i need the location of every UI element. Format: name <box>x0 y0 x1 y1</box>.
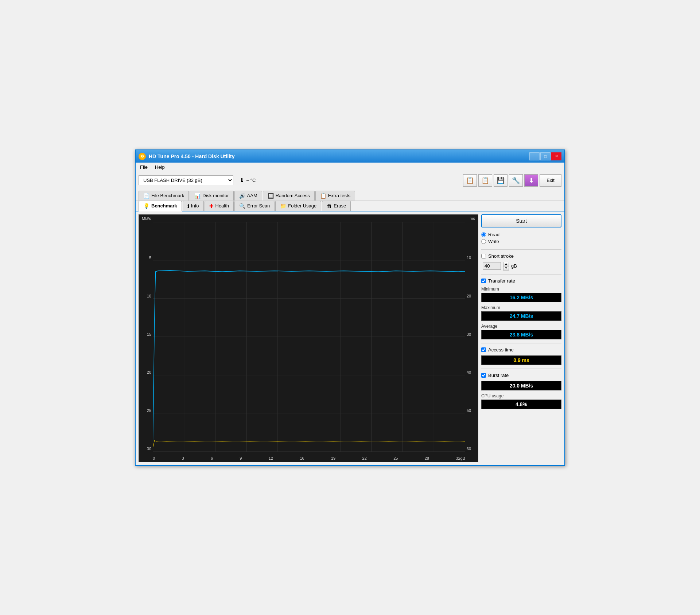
x-0: 0 <box>153 456 155 460</box>
temperature-value: – °C <box>246 178 256 183</box>
y-right-10: 10 <box>467 256 471 260</box>
download-button[interactable]: ⬇ <box>524 174 538 187</box>
stroke-up-button[interactable]: ▲ <box>503 262 509 266</box>
minimum-section: Minimum 16.2 MB/s <box>481 287 561 302</box>
toolbar-buttons: 📋 📋 💾 🔧 ⬇ Exit <box>463 174 561 187</box>
tab-benchmark[interactable]: 💡 Benchmark <box>139 201 182 211</box>
tab-random-access-label: Random Access <box>276 193 310 198</box>
y-axis-left: 30 25 20 15 10 5 <box>139 222 153 451</box>
x-28: 28 <box>425 456 429 460</box>
access-time-value: 0.9 ms <box>481 355 561 365</box>
disk-monitor-icon: 📊 <box>194 193 201 199</box>
transfer-rate-label: Transfer rate <box>488 278 515 284</box>
tab-folder-usage[interactable]: 📁 Folder Usage <box>275 201 321 211</box>
erase-icon: 🗑 <box>327 203 332 209</box>
tab-folder-usage-label: Folder Usage <box>288 203 316 209</box>
health-icon: ✚ <box>209 203 214 209</box>
x-16: 16 <box>300 456 304 460</box>
chart-area: MB/s ms 30 25 20 15 10 5 60 50 40 30 20 … <box>139 214 478 462</box>
divider-3 <box>481 343 561 343</box>
short-stroke-checkbox[interactable] <box>481 254 486 258</box>
access-time-section: 0.9 ms <box>481 355 561 365</box>
write-label: Write <box>488 239 499 244</box>
x-19: 19 <box>331 456 335 460</box>
copy-button[interactable]: 📋 <box>463 174 477 187</box>
burst-rate-checkbox[interactable] <box>481 373 486 378</box>
tab-benchmark-label: Benchmark <box>151 203 177 209</box>
read-radio[interactable] <box>481 232 486 237</box>
minimum-value: 16.2 MB/s <box>481 293 561 302</box>
access-time-checkbox[interactable] <box>481 347 486 352</box>
tab-random-access[interactable]: 🔲 Random Access <box>263 191 315 201</box>
exit-button[interactable]: Exit <box>540 174 561 187</box>
close-button[interactable]: ✕ <box>551 152 561 160</box>
transfer-rate-checkbox[interactable] <box>481 279 486 283</box>
tab-file-benchmark-label: File Benchmark <box>151 193 184 198</box>
y-left-10: 10 <box>147 294 151 298</box>
random-access-icon: 🔲 <box>268 193 274 199</box>
aam-icon: 🔊 <box>239 193 245 199</box>
title-bar: ⚙ HD Tune Pro 4.50 - Hard Disk Utility —… <box>136 150 564 163</box>
menu-bar: File Help <box>136 163 564 172</box>
tab-extra-tests-label: Extra tests <box>328 193 350 198</box>
tab-disk-monitor-label: Disk monitor <box>202 193 229 198</box>
start-button[interactable]: Start <box>481 214 561 227</box>
access-time-row: Access time <box>481 347 561 353</box>
stroke-value-input[interactable] <box>483 262 501 270</box>
average-section: Average 23.8 MB/s <box>481 324 561 339</box>
x-6: 6 <box>211 456 213 460</box>
main-content: MB/s ms 30 25 20 15 10 5 60 50 40 30 20 … <box>136 211 564 465</box>
tab-extra-tests[interactable]: 📋 Extra tests <box>315 191 355 201</box>
tab-erase[interactable]: 🗑 Erase <box>322 201 351 211</box>
maximize-button[interactable]: □ <box>540 152 551 160</box>
y-left-5: 5 <box>149 256 151 260</box>
tab-error-scan-label: Error Scan <box>247 203 270 209</box>
y-left-label: MB/s <box>142 216 151 221</box>
tab-error-scan[interactable]: 🔍 Error Scan <box>234 201 275 211</box>
x-axis: 0 3 6 9 12 16 19 22 25 28 32gB <box>153 456 465 460</box>
minimize-button[interactable]: — <box>529 152 540 160</box>
tab-info[interactable]: ℹ Info <box>183 201 204 211</box>
tab-aam-label: AAM <box>247 193 257 198</box>
settings-button[interactable]: 🔧 <box>509 174 523 187</box>
x-32: 32gB <box>456 456 465 460</box>
info-icon: ℹ <box>187 203 189 209</box>
tabs-row1: 📄 File Benchmark 📊 Disk monitor 🔊 AAM 🔲 … <box>136 189 564 201</box>
window-title: HD Tune Pro 4.50 - Hard Disk Utility <box>149 153 234 159</box>
divider-4 <box>481 369 561 369</box>
tab-health-label: Health <box>215 203 229 209</box>
menu-file[interactable]: File <box>139 164 149 171</box>
write-radio-row: Write <box>481 239 561 244</box>
maximum-label: Maximum <box>481 305 561 310</box>
stroke-down-button[interactable]: ▼ <box>503 266 509 270</box>
minimum-label: Minimum <box>481 287 561 292</box>
cpu-usage-label: CPU usage <box>481 393 561 398</box>
x-9: 9 <box>240 456 242 460</box>
burst-rate-row: Burst rate <box>481 373 561 378</box>
menu-help[interactable]: Help <box>153 164 166 171</box>
read-label: Read <box>488 232 499 237</box>
y-right-30: 30 <box>467 332 471 336</box>
tab-aam[interactable]: 🔊 AAM <box>234 191 262 201</box>
copy2-button[interactable]: 📋 <box>478 174 492 187</box>
tab-health[interactable]: ✚ Health <box>205 201 234 211</box>
stroke-unit: gB <box>511 263 517 269</box>
x-12: 12 <box>269 456 273 460</box>
tab-disk-monitor[interactable]: 📊 Disk monitor <box>190 191 233 201</box>
tab-file-benchmark[interactable]: 📄 File Benchmark <box>139 191 189 201</box>
transfer-rate-row: Transfer rate <box>481 278 561 284</box>
write-radio[interactable] <box>481 239 486 244</box>
x-22: 22 <box>362 456 367 460</box>
main-window: ⚙ HD Tune Pro 4.50 - Hard Disk Utility —… <box>135 149 565 466</box>
short-stroke-label: Short stroke <box>488 253 514 259</box>
average-value: 23.8 MB/s <box>481 330 561 339</box>
folder-usage-icon: 📁 <box>280 203 286 209</box>
maximum-section: Maximum 24.7 MB/s <box>481 305 561 321</box>
benchmark-icon: 💡 <box>143 203 149 209</box>
temperature-display: 🌡 – °C <box>239 177 256 184</box>
save-button[interactable]: 💾 <box>494 174 508 187</box>
y-right-20: 20 <box>467 294 471 298</box>
tab-info-label: Info <box>191 203 199 209</box>
access-time-label: Access time <box>488 347 514 353</box>
drive-selector[interactable]: USB FLASH DRIVE (32 gB) <box>139 175 233 185</box>
